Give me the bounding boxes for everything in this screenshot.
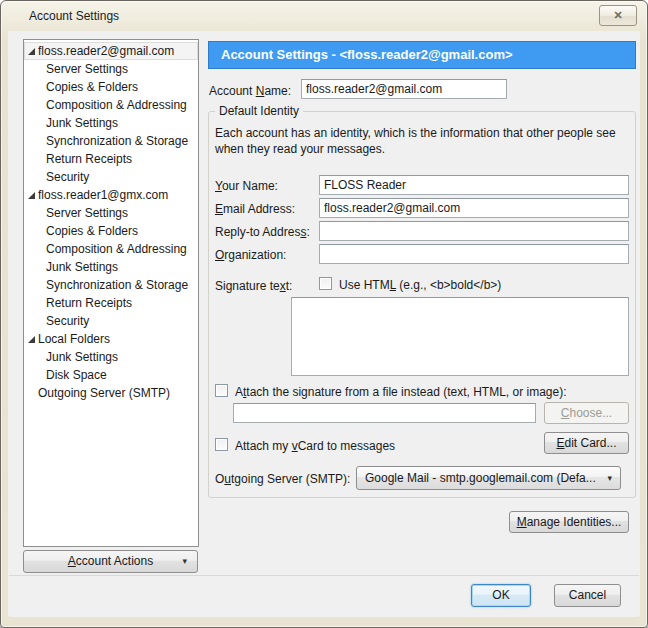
- sidebar-item-security[interactable]: Security: [24, 168, 198, 186]
- tree-item-label: Return Receipts: [46, 294, 132, 312]
- organization-label: Organization:: [215, 248, 286, 262]
- choose-file-button: Choose...: [544, 402, 629, 424]
- tree-item-label: Synchronization & Storage: [46, 276, 188, 294]
- attach-vcard-label[interactable]: Attach my vCard to messages: [235, 439, 395, 453]
- sidebar-item-floss-reader1-gmx-com[interactable]: floss.reader1@gmx.com: [24, 186, 198, 204]
- use-html-checkbox[interactable]: [319, 277, 332, 290]
- tree-item-label: Junk Settings: [46, 114, 118, 132]
- titlebar[interactable]: Account Settings ✕: [1, 1, 647, 31]
- tree-item-label: Junk Settings: [46, 258, 118, 276]
- tree-item-label: Disk Space: [46, 366, 107, 384]
- tree-item-label: Copies & Folders: [46, 222, 138, 240]
- tree-item-label: Server Settings: [46, 60, 128, 78]
- outgoing-server-value: Google Mail - smtp.googlemail.com (Defa.…: [365, 471, 596, 485]
- tree-item-label: Outgoing Server (SMTP): [38, 384, 170, 402]
- sidebar-item-copies-folders[interactable]: Copies & Folders: [24, 222, 198, 240]
- signature-text-label: Signature text:: [215, 279, 292, 293]
- window-title: Account Settings: [29, 9, 119, 23]
- account-name-label: Account Name:: [209, 84, 291, 98]
- close-icon: ✕: [613, 9, 622, 21]
- identity-description: Each account has an identity, which is t…: [215, 125, 629, 157]
- sidebar-item-junk-settings[interactable]: Junk Settings: [24, 348, 198, 366]
- tree-item-label: Server Settings: [46, 204, 128, 222]
- ok-label: OK: [492, 588, 509, 602]
- tree-item-label: Composition & Addressing: [46, 96, 187, 114]
- signature-file-path-input[interactable]: [233, 403, 536, 423]
- footer-separator: [9, 575, 639, 576]
- identity-description-line1: Each account has an identity, which is t…: [215, 125, 629, 141]
- cancel-button[interactable]: Cancel: [554, 584, 621, 607]
- account-actions-button[interactable]: Account Actions ▾: [23, 550, 198, 573]
- sidebar-item-disk-space[interactable]: Disk Space: [24, 366, 198, 384]
- ok-button[interactable]: OK: [471, 584, 531, 607]
- sidebar-item-copies-folders[interactable]: Copies & Folders: [24, 78, 198, 96]
- cancel-label: Cancel: [569, 588, 606, 602]
- signature-textarea[interactable]: [291, 297, 629, 376]
- email-address-input[interactable]: [319, 198, 629, 218]
- default-identity-legend: Default Identity: [215, 104, 303, 118]
- tree-expanded-icon[interactable]: [28, 192, 35, 199]
- page-title: Account Settings - <floss.reader2@gmail.…: [221, 47, 513, 62]
- tree-expanded-icon[interactable]: [28, 336, 35, 343]
- account-settings-dialog: Account Settings ✕ floss.reader2@gmail.c…: [0, 0, 648, 628]
- manage-identities-label: Manage Identities...: [517, 515, 622, 529]
- reply-to-label: Reply-to Address:: [215, 225, 310, 239]
- sidebar-item-junk-settings[interactable]: Junk Settings: [24, 258, 198, 276]
- tree-item-label: floss.reader1@gmx.com: [38, 186, 168, 204]
- edit-card-label: Edit Card...: [556, 436, 616, 450]
- sidebar-item-floss-reader2-gmail-com[interactable]: floss.reader2@gmail.com: [24, 42, 198, 60]
- sidebar-item-junk-settings[interactable]: Junk Settings: [24, 114, 198, 132]
- sidebar-item-server-settings[interactable]: Server Settings: [24, 204, 198, 222]
- outgoing-server-dropdown[interactable]: Google Mail - smtp.googlemail.com (Defa.…: [356, 466, 621, 490]
- edit-card-button[interactable]: Edit Card...: [544, 432, 629, 454]
- organization-input[interactable]: [319, 244, 629, 264]
- sidebar-item-composition-addressing[interactable]: Composition & Addressing: [24, 96, 198, 114]
- use-html-label[interactable]: Use HTML (e.g., <b>bold</b>): [339, 278, 501, 292]
- sidebar-item-local-folders[interactable]: Local Folders: [24, 330, 198, 348]
- tree-item-label: Composition & Addressing: [46, 240, 187, 258]
- sidebar-item-outgoing-server-smtp[interactable]: Outgoing Server (SMTP): [24, 384, 198, 402]
- sidebar-item-return-receipts[interactable]: Return Receipts: [24, 150, 198, 168]
- your-name-input[interactable]: [319, 175, 629, 195]
- chevron-down-icon: ▾: [182, 551, 187, 572]
- tree-item-label: Local Folders: [38, 330, 110, 348]
- reply-to-input[interactable]: [319, 221, 629, 241]
- main-header-banner: Account Settings - <floss.reader2@gmail.…: [208, 41, 636, 69]
- close-button[interactable]: ✕: [599, 5, 637, 26]
- attach-signature-file-checkbox[interactable]: [215, 384, 228, 397]
- outgoing-server-label: Outgoing Server (SMTP):: [215, 472, 350, 486]
- sidebar-item-security[interactable]: Security: [24, 312, 198, 330]
- identity-description-line2: when they read your messages.: [215, 141, 629, 157]
- sidebar-item-composition-addressing[interactable]: Composition & Addressing: [24, 240, 198, 258]
- sidebar-item-synchronization-storage[interactable]: Synchronization & Storage: [24, 132, 198, 150]
- manage-identities-button[interactable]: Manage Identities...: [509, 511, 629, 533]
- attach-vcard-checkbox[interactable]: [215, 438, 228, 451]
- attach-signature-file-label[interactable]: Attach the signature from a file instead…: [235, 385, 567, 399]
- account-name-input[interactable]: [301, 79, 507, 99]
- tree-item-label: Security: [46, 312, 89, 330]
- tree-item-label: Synchronization & Storage: [46, 132, 188, 150]
- sidebar-item-server-settings[interactable]: Server Settings: [24, 60, 198, 78]
- account-actions-label: Account Actions: [68, 554, 153, 568]
- sidebar-item-synchronization-storage[interactable]: Synchronization & Storage: [24, 276, 198, 294]
- tree-item-label: Return Receipts: [46, 150, 132, 168]
- tree-item-label: floss.reader2@gmail.com: [38, 42, 174, 60]
- choose-file-label: Choose...: [561, 406, 612, 420]
- chevron-down-icon: ▾: [607, 467, 612, 489]
- your-name-label: Your Name:: [215, 179, 278, 193]
- tree-item-label: Copies & Folders: [46, 78, 138, 96]
- sidebar-item-return-receipts[interactable]: Return Receipts: [24, 294, 198, 312]
- tree-item-label: Security: [46, 168, 89, 186]
- email-address-label: Email Address:: [215, 202, 295, 216]
- settings-tree[interactable]: floss.reader2@gmail.comServer SettingsCo…: [23, 39, 199, 547]
- tree-expanded-icon[interactable]: [28, 48, 35, 55]
- tree-item-label: Junk Settings: [46, 348, 118, 366]
